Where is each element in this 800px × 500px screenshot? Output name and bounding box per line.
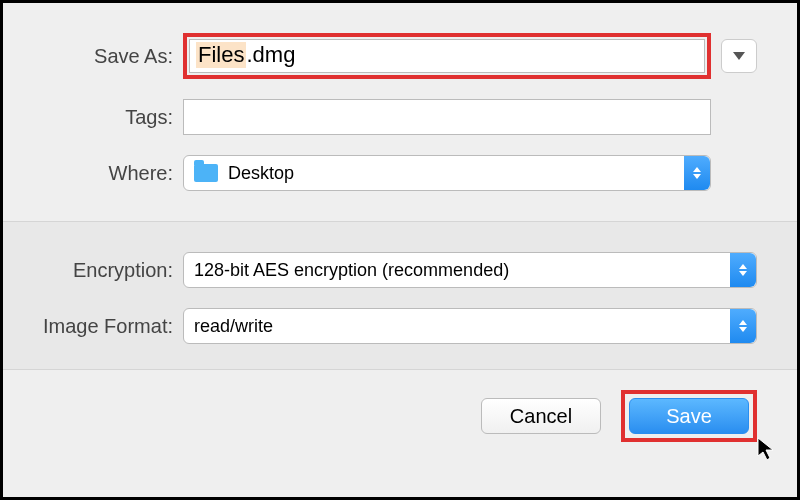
filename-input[interactable]: Files.dmg — [189, 39, 705, 73]
tags-label: Tags: — [43, 106, 183, 129]
save-as-label: Save As: — [43, 45, 183, 68]
where-select[interactable]: Desktop — [183, 155, 711, 191]
basic-section: Save As: Files.dmg Tags: Where: — [3, 3, 797, 221]
filename-ext: .dmg — [246, 42, 295, 67]
dialog-footer: Cancel Save — [3, 369, 797, 462]
chevron-down-icon — [733, 52, 745, 60]
image-format-label: Image Format: — [23, 315, 183, 338]
save-dialog: Save As: Files.dmg Tags: Where: — [0, 0, 800, 500]
filename-highlight: Files.dmg — [183, 33, 711, 79]
tags-row: Tags: — [43, 99, 757, 135]
encryption-value: 128-bit AES encryption (recommended) — [194, 260, 509, 281]
where-value: Desktop — [228, 163, 294, 184]
where-label: Where: — [43, 162, 183, 185]
encryption-label: Encryption: — [23, 259, 183, 282]
image-format-value: read/write — [194, 316, 273, 337]
options-section: Encryption: 128-bit AES encryption (reco… — [3, 221, 797, 369]
where-row: Where: Desktop — [43, 155, 757, 191]
encryption-row: Encryption: 128-bit AES encryption (reco… — [23, 252, 757, 288]
save-button[interactable]: Save — [629, 398, 749, 434]
filename-base: Files — [196, 42, 246, 68]
cancel-label: Cancel — [510, 405, 572, 428]
updown-icon — [684, 156, 710, 190]
tags-input[interactable] — [183, 99, 711, 135]
save-as-row: Save As: Files.dmg — [43, 33, 757, 79]
save-highlight: Save — [621, 390, 757, 442]
encryption-select[interactable]: 128-bit AES encryption (recommended) — [183, 252, 757, 288]
save-label: Save — [666, 405, 712, 428]
cancel-button[interactable]: Cancel — [481, 398, 601, 434]
updown-icon — [730, 309, 756, 343]
folder-icon — [194, 164, 218, 182]
image-format-select[interactable]: read/write — [183, 308, 757, 344]
updown-icon — [730, 253, 756, 287]
expand-button[interactable] — [721, 39, 757, 73]
image-format-row: Image Format: read/write — [23, 308, 757, 344]
